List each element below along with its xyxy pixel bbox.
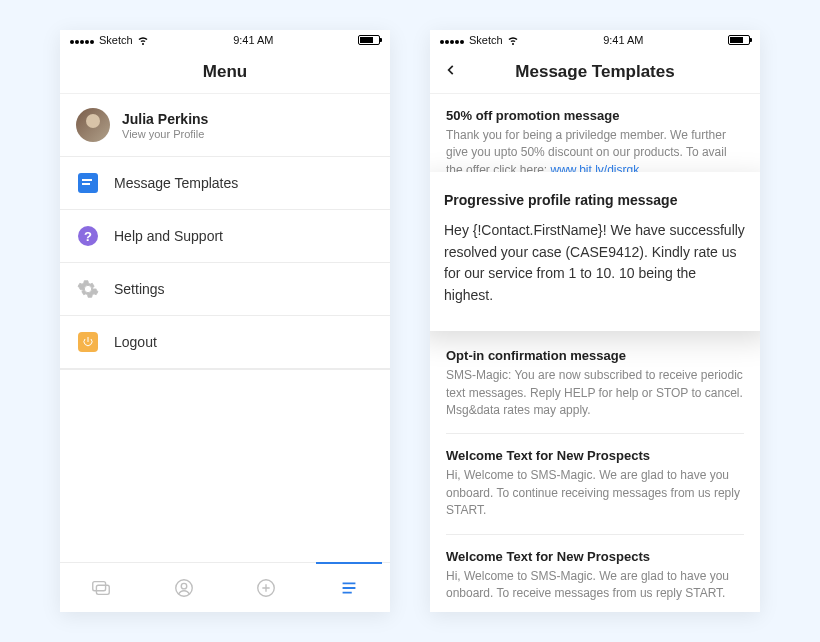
statusbar-time: 9:41 AM [603, 34, 643, 46]
template-body: SMS-Magic: You are now subscribed to rec… [446, 367, 744, 419]
gear-icon [76, 277, 100, 301]
menu-item-help[interactable]: ? Help and Support [60, 210, 390, 263]
template-body: Hi, Welcome to SMS-Magic. We are glad to… [446, 467, 744, 519]
help-icon: ? [78, 226, 98, 246]
menu-item-logout[interactable]: Logout [60, 316, 390, 369]
status-bar: Sketch 9:41 AM [430, 30, 760, 50]
tab-add[interactable] [225, 563, 308, 612]
template-title: 50% off promotion message [446, 108, 744, 123]
template-item[interactable]: Welcome Text for New Prospects Hi, Welco… [446, 535, 744, 612]
template-preview-popup[interactable]: Progressive profile rating message Hey {… [430, 172, 760, 331]
avatar [76, 108, 110, 142]
power-icon [78, 332, 98, 352]
menu-screen: Sketch 9:41 AM Menu Julia Perkins View y… [60, 30, 390, 612]
menu-item-label: Logout [114, 334, 157, 350]
profile-row[interactable]: Julia Perkins View your Profile [60, 94, 390, 157]
profile-name: Julia Perkins [122, 111, 208, 127]
back-button[interactable] [444, 63, 458, 81]
templates-screen: Sketch 9:41 AM Message Templates 50% off… [430, 30, 760, 612]
hamburger-icon [338, 577, 360, 599]
document-icon [78, 173, 98, 193]
svg-point-3 [181, 583, 187, 589]
template-body: Hi, Welcome to SMS-Magic. We are glad to… [446, 568, 744, 603]
plus-circle-icon [255, 577, 277, 599]
nav-header: Message Templates [430, 50, 760, 94]
template-title: Welcome Text for New Prospects [446, 448, 744, 463]
tab-bar [60, 562, 390, 612]
signal-dots-icon [440, 34, 465, 46]
page-title: Menu [203, 62, 247, 82]
menu-item-templates[interactable]: Message Templates [60, 157, 390, 210]
menu-item-label: Message Templates [114, 175, 238, 191]
signal-dots-icon [70, 34, 95, 46]
chevron-left-icon [444, 63, 458, 77]
statusbar-time: 9:41 AM [233, 34, 273, 46]
chat-icon [90, 577, 112, 599]
profile-subtitle: View your Profile [122, 128, 208, 140]
template-title: Welcome Text for New Prospects [446, 549, 744, 564]
wifi-icon [507, 34, 519, 46]
template-item[interactable]: Opt-in confirmation message SMS-Magic: Y… [446, 334, 744, 434]
menu-item-label: Help and Support [114, 228, 223, 244]
battery-icon [358, 35, 380, 45]
template-body: Hey {!Contact.FirstName}! We have succes… [444, 220, 746, 307]
tab-contacts[interactable] [143, 563, 226, 612]
template-item[interactable]: Welcome Text for New Prospects Hi, Welco… [446, 434, 744, 534]
svg-rect-1 [97, 585, 110, 594]
user-circle-icon [173, 577, 195, 599]
wifi-icon [137, 34, 149, 46]
tab-menu[interactable] [308, 563, 391, 612]
svg-rect-0 [93, 581, 106, 590]
nav-header: Menu [60, 50, 390, 94]
status-bar: Sketch 9:41 AM [60, 30, 390, 50]
page-title: Message Templates [515, 62, 674, 82]
tab-chat[interactable] [60, 563, 143, 612]
carrier-label: Sketch [99, 34, 133, 46]
menu-item-settings[interactable]: Settings [60, 263, 390, 316]
menu-item-label: Settings [114, 281, 165, 297]
battery-icon [728, 35, 750, 45]
template-title: Opt-in confirmation message [446, 348, 744, 363]
carrier-label: Sketch [469, 34, 503, 46]
template-title: Progressive profile rating message [444, 192, 746, 208]
